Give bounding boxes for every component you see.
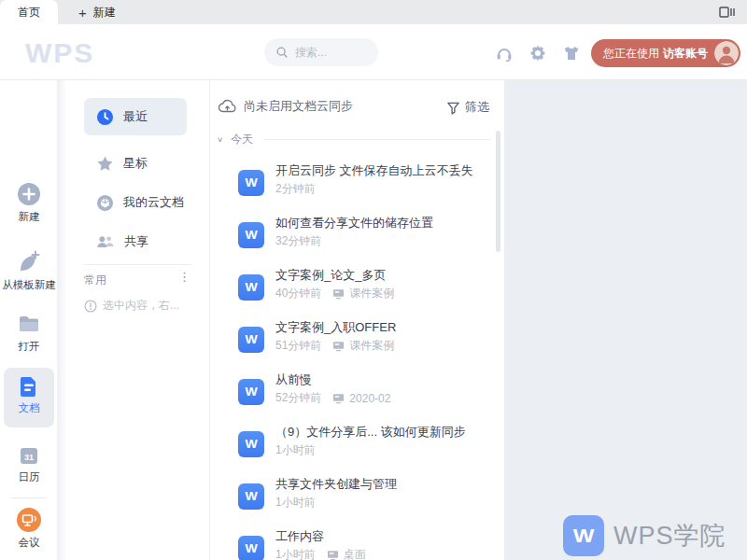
file-title: 工作内容 [275, 528, 500, 545]
file-meta: 2分钟前 [275, 181, 316, 197]
group-divider [264, 139, 490, 140]
file-row[interactable]: W 共享文件夹创建与管理 1小时前 [210, 470, 504, 523]
rail-item-documents[interactable]: 文档 [0, 375, 58, 415]
nav-item-label: 星标 [123, 155, 148, 172]
file-time: 2分钟前 [275, 181, 316, 197]
chevron-down-icon: ∨ [217, 135, 223, 144]
watermark: W WPS学院 [563, 515, 726, 556]
wps-home-window: 首页 + 新建 WPS 搜索... 您正在使用 访客账号 [0, 0, 747, 560]
file-time: 1小时前 [275, 547, 316, 560]
people-icon [96, 234, 115, 249]
plus-icon: + [78, 6, 87, 20]
file-location-wrap: 桌面 [327, 547, 366, 560]
rail-item-label: 新建 [0, 210, 58, 224]
file-title: 开启云同步 文件保存自动上云不丢失 [275, 162, 500, 179]
gear-icon[interactable] [529, 44, 547, 63]
nav-item-label: 最近 [123, 108, 148, 125]
file-row[interactable]: W 开启云同步 文件保存自动上云不丢失 2分钟前 [210, 157, 504, 209]
file-meta: 1小时前 [275, 495, 316, 511]
file-title: 文字案例_入职OFFER [275, 319, 500, 336]
file-time: 32分钟前 [275, 233, 321, 249]
watermark-text: WPS学院 [613, 519, 726, 553]
funnel-icon [446, 101, 460, 115]
cloud-sync-banner[interactable]: 尚未启用文档云同步 [218, 98, 353, 115]
rail-item-label: 会议 [0, 536, 58, 550]
rail-divider [11, 497, 47, 498]
star-icon [96, 155, 114, 173]
device-icon [332, 341, 345, 352]
tab-bar: 首页 + 新建 [0, 0, 747, 24]
left-rail: 新建 从模板新建 打开 文档 31 日历 会议 金山文档 [0, 80, 58, 560]
rail-item-new[interactable]: 新建 [0, 182, 58, 224]
file-time: 51分钟前 [275, 338, 321, 354]
filter-label: 筛选 [465, 99, 489, 116]
file-meta: 52分钟前 2020-02 [275, 390, 390, 406]
file-time: 1小时前 [275, 442, 316, 458]
tab-home[interactable]: 首页 [0, 0, 58, 24]
nav-item-my-cloud-docs[interactable]: 我的云文档 [96, 193, 184, 212]
frequent-tip-text: 选中内容，右... [103, 298, 179, 314]
search-icon [275, 46, 289, 59]
file-title: 如何查看分享文件的储存位置 [275, 215, 500, 231]
file-title: （9）文件分享后... 该如何更新同步 [275, 424, 500, 441]
rail-item-label: 文档 [0, 401, 58, 415]
wps-academy-logo-letter: W [573, 525, 595, 547]
search-input[interactable]: 搜索... [264, 38, 378, 66]
file-location: 2020-02 [349, 392, 390, 405]
file-list-panel: 尚未启用文档云同步 筛选 ∨ 今天 W 开启云同步 文件保存自动上云不丢失 2分… [210, 80, 504, 560]
nav-item-shared[interactable]: 共享 [96, 232, 148, 251]
nav-item-recent[interactable]: 最近 [96, 107, 148, 126]
file-row[interactable]: W 从前慢 52分钟前 2020-02 [210, 366, 504, 418]
rail-item-new-from-template[interactable]: 从模板新建 [0, 250, 58, 292]
file-title: 文字案例_论文_多页 [275, 267, 500, 284]
file-location: 桌面 [344, 547, 366, 560]
rail-item-calendar[interactable]: 31 日历 [0, 444, 58, 484]
file-row[interactable]: W 文字案例_论文_多页 40分钟前 课件案例 [210, 261, 504, 314]
file-list: W 开启云同步 文件保存自动上云不丢失 2分钟前 W 如何查看分享文件的储存位置… [210, 157, 504, 560]
wps-writer-doc-icon: W [238, 379, 264, 405]
tab-home-label: 首页 [18, 5, 40, 21]
guest-account-button[interactable]: 您正在使用 访客账号 [591, 39, 740, 67]
frequent-tip: 选中内容，右... [84, 298, 179, 314]
file-row[interactable]: W （9）文件分享后... 该如何更新同步 1小时前 [210, 418, 504, 470]
wps-writer-doc-icon: W [238, 431, 264, 457]
nav-item-starred[interactable]: 星标 [96, 154, 148, 173]
file-row[interactable]: W 工作内容 1小时前 桌面 [210, 523, 504, 560]
plus-circle-icon [17, 182, 41, 206]
new-tab-button[interactable]: + 新建 [69, 0, 125, 24]
wps-writer-doc-icon: W [238, 536, 264, 560]
list-scrollbar[interactable] [496, 131, 500, 252]
file-location-wrap: 课件案例 [332, 286, 394, 301]
filter-button[interactable]: 筛选 [446, 99, 489, 116]
cloud-cube-icon [96, 194, 114, 212]
group-header-today[interactable]: ∨ 今天 [217, 132, 490, 147]
search-placeholder: 搜索... [295, 45, 327, 61]
header: WPS 搜索... 您正在使用 访客账号 [0, 24, 747, 80]
file-location: 课件案例 [349, 286, 394, 301]
wps-writer-doc-icon: W [238, 274, 264, 301]
avatar [714, 41, 739, 65]
nav-item-label: 我的云文档 [123, 194, 184, 211]
rail-item-meeting[interactable]: 会议 [0, 508, 58, 550]
tab-list-icon[interactable] [719, 6, 736, 22]
file-row[interactable]: W 文字案例_入职OFFER 51分钟前 课件案例 [210, 314, 504, 366]
rail-item-label: 从模板新建 [0, 278, 58, 292]
file-row[interactable]: W 如何查看分享文件的储存位置 32分钟前 [210, 209, 504, 261]
skin-icon[interactable] [562, 44, 581, 63]
headset-icon[interactable] [495, 44, 514, 63]
rail-item-open[interactable]: 打开 [0, 312, 58, 354]
file-meta: 40分钟前 课件案例 [275, 286, 394, 301]
file-time: 52分钟前 [275, 390, 321, 406]
group-title: 今天 [231, 132, 253, 147]
file-meta: 32分钟前 [275, 233, 321, 249]
more-menu-icon[interactable]: ⋮ [178, 270, 190, 284]
device-icon [332, 393, 345, 404]
file-location-wrap: 2020-02 [332, 392, 390, 405]
file-location-wrap: 课件案例 [332, 338, 394, 354]
file-title: 共享文件夹创建与管理 [275, 476, 500, 493]
wps-writer-doc-icon: W [238, 170, 264, 196]
wps-writer-doc-icon: W [238, 327, 264, 353]
svg-text:31: 31 [24, 453, 34, 462]
new-tab-label: 新建 [93, 5, 116, 21]
cloud-sync-icon [218, 99, 237, 114]
